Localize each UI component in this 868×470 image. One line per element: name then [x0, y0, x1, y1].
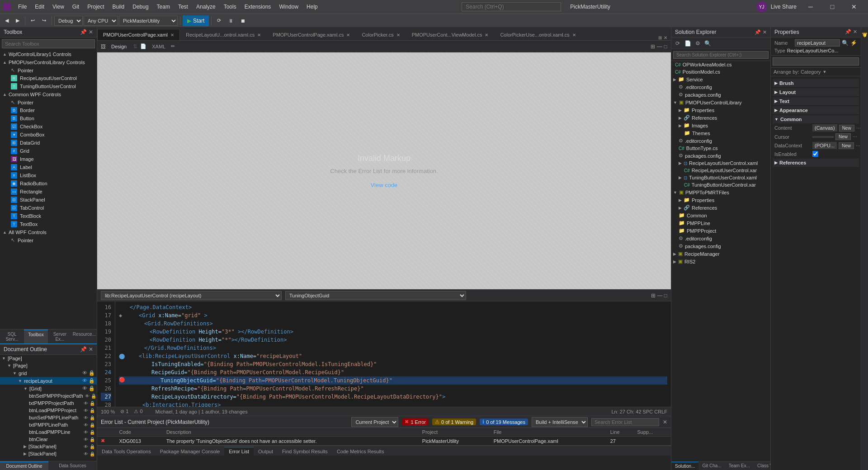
toolbox-group-all[interactable]: ▲ All WPF Controls — [0, 228, 97, 236]
toolbox-item-datagrid[interactable]: ⊞ DataGrid — [0, 139, 97, 147]
prop-datacontext-value[interactable]: (POPU... — [812, 142, 837, 149]
keep-open-btn[interactable]: ⊞ — [658, 35, 662, 40]
outline-pin[interactable]: 📌 — [80, 346, 87, 352]
error-list-close[interactable]: ✕ — [663, 419, 667, 425]
tab-sql[interactable]: SQL Serv... — [0, 329, 24, 343]
sol-item-editorconfig3[interactable]: ⚙ .editorconfig — [671, 235, 770, 242]
prop-content-value[interactable]: (Canvas) — [812, 124, 837, 132]
tab-recipe-close[interactable]: ✕ — [257, 33, 261, 38]
sol-item-properties2[interactable]: ▶ 📁 Properties — [671, 196, 770, 204]
toolbox-item-stackpanel[interactable]: ⊟ StackPanel — [0, 196, 97, 204]
sol-item-opworkarea[interactable]: C# OPWorkAreaModel.cs — [671, 61, 770, 68]
menu-build[interactable]: Build — [109, 2, 128, 12]
prop-cat-references[interactable]: ▶ References — [773, 159, 859, 167]
tab-error-list[interactable]: Error List — [224, 447, 254, 456]
maximize-btn[interactable]: □ — [822, 0, 843, 14]
toolbox-item-textbox[interactable]: T TextBox — [0, 220, 97, 228]
sol-item-references1[interactable]: ▶ 🔗 References — [671, 114, 770, 122]
platform-select[interactable]: Any CPU — [84, 16, 118, 26]
collapse-design[interactable]: — — [657, 43, 662, 50]
sol-item-tuning-xar[interactable]: C# TuningButtonUserControl.xar — [671, 181, 770, 188]
lock-icon[interactable]: 🔒 — [89, 370, 95, 376]
toolbar-back[interactable]: ◀ — [2, 16, 12, 25]
toolbox-item-pointer3[interactable]: ↖ Pointer — [0, 236, 97, 244]
start-btn[interactable]: ▶ Start — [183, 15, 209, 26]
lock-icon7[interactable]: 🔒 — [90, 415, 95, 420]
lock-icon3[interactable]: 🔒 — [89, 385, 95, 391]
toolbox-item-rectangle[interactable]: ▭ Rectangle — [0, 188, 97, 196]
eye-icon10[interactable]: 👁 — [84, 437, 88, 442]
col-code[interactable]: Code — [116, 428, 163, 437]
menu-extensions[interactable]: Extensions — [241, 2, 275, 12]
sol-properties[interactable]: ⚙ — [693, 39, 702, 48]
toolbox-item-textblock[interactable]: T TextBlock — [0, 212, 97, 220]
toolbox-item-button[interactable]: B Button — [0, 114, 97, 122]
eye-icon9[interactable]: 👁 — [84, 430, 88, 435]
props-search-icon[interactable]: 🔍 — [842, 40, 849, 46]
tab-doc-outline[interactable]: Document Outline — [0, 461, 48, 470]
sol-pin[interactable]: 📌 — [755, 29, 761, 35]
menu-git[interactable]: Git — [69, 2, 83, 12]
outline-stackpanel1[interactable]: ▶ [StackPanel] 👁 🔒 — [0, 443, 97, 450]
lock-icon9[interactable]: 🔒 — [90, 430, 95, 435]
tab-toolbox[interactable]: Toolbox — [24, 329, 48, 343]
menu-team[interactable]: Team — [153, 2, 174, 12]
props-close[interactable]: ✕ — [853, 29, 857, 35]
tab-find-symbol[interactable]: Find Symbol Results — [278, 447, 332, 456]
expand-design[interactable]: ⊞ — [651, 43, 655, 50]
sol-item-references2[interactable]: ▶ 🔗 References — [671, 204, 770, 212]
prop-cat-brush[interactable]: ▶ Brush — [773, 79, 859, 87]
prop-cursor-value[interactable] — [812, 136, 834, 138]
tab-data-sources[interactable]: Data Sources — [48, 461, 97, 470]
toolbox-item-listbox[interactable]: ≡ ListBox — [0, 171, 97, 179]
error-search-input[interactable] — [591, 418, 659, 426]
sol-item-pkgconfig2[interactable]: ⚙ packages.config — [671, 152, 770, 160]
user-avatar[interactable]: YJ — [756, 1, 767, 12]
maximize-design[interactable]: □ — [664, 43, 667, 50]
prop-cat-layout[interactable]: ▶ Layout — [773, 88, 859, 96]
prop-cursor-more[interactable]: ⋯ — [853, 134, 857, 139]
outline-item4[interactable]: bunSetPMPPLinePath 👁 🔒 — [0, 414, 97, 421]
design-btn[interactable]: Design — [108, 43, 130, 50]
eye-icon8[interactable]: 👁 — [84, 423, 88, 428]
outline-recipe-layout[interactable]: ▼ recipeLayout 👁 🔒 — [0, 377, 97, 385]
sol-show-files[interactable]: 📄 — [683, 39, 692, 48]
sol-item-service[interactable]: ▶ 📁 Service — [671, 75, 770, 83]
build-scope-select[interactable]: Build + IntelliSense — [532, 417, 588, 427]
menu-help[interactable]: Help — [303, 2, 321, 12]
outline-item7[interactable]: btnClear 👁 🔒 — [0, 436, 97, 443]
sol-item-tuning-xaml[interactable]: ▶ ⊡ TuningButtonUserControl.xaml — [671, 174, 770, 181]
lock-icon2[interactable]: 🔒 — [89, 378, 95, 384]
toolbox-item-combobox[interactable]: ▾ ComboBox — [0, 131, 97, 139]
tab-vm-close[interactable]: ✕ — [485, 33, 488, 38]
toolbox-item-border[interactable]: B Border — [0, 106, 97, 114]
eye-icon12[interactable]: 👁 — [84, 451, 88, 456]
sol-item-buttontype[interactable]: C# ButtonType.cs — [671, 145, 770, 152]
col-supp[interactable]: Supp... — [633, 428, 671, 437]
toolbar-undo[interactable]: ↩ — [28, 16, 38, 25]
prop-datacontext-more[interactable]: ⋯ — [856, 143, 860, 148]
tab-colorpickeruse[interactable]: ColorPickerUse...ontrol.xaml.cs ✕ — [494, 29, 581, 40]
tab-output[interactable]: Output — [254, 447, 278, 456]
outline-item1[interactable]: btnSetPMPPProjectPath 👁 🔒 — [0, 392, 97, 400]
outline-grid2[interactable]: ▼ [Grid] 👁 🔒 — [0, 385, 97, 392]
lock-icon5[interactable]: 🔒 — [90, 401, 95, 406]
sol-item-pkgconfig1[interactable]: ⚙ packages.config — [671, 91, 770, 99]
prop-cat-appearance[interactable]: ▶ Appearance — [773, 106, 859, 114]
sol-item-recipe-xar[interactable]: C# RecipeLayoutUserControl.xar — [671, 167, 770, 174]
maximize-code[interactable]: □ — [664, 292, 667, 299]
toolbox-group-pmop[interactable]: ▲ PMOPUserControlLibrary Controls — [0, 58, 97, 66]
menu-edit[interactable]: Edit — [31, 2, 48, 12]
tab-code-metrics[interactable]: Code Metrics Results — [332, 447, 389, 456]
code-right-select[interactable]: TuningObjectGuid — [285, 291, 466, 300]
col-project[interactable]: Project — [419, 428, 490, 437]
sol-tab-teamex[interactable]: Team Ex... — [725, 462, 754, 470]
sol-tab-solution[interactable]: Solution... — [671, 462, 698, 470]
tab-pmoppage-cs[interactable]: PMOPUserControlPage.xaml.cs ✕ — [267, 29, 356, 40]
collapse-code[interactable]: — — [657, 292, 662, 299]
close-btn[interactable]: ✕ — [844, 0, 864, 14]
sol-item-common[interactable]: 📁 Common — [671, 212, 770, 219]
outline-item6[interactable]: btnLoadPMPPLine 👁 🔒 — [0, 428, 97, 436]
error-badge-messages[interactable]: ℹ 0 of 19 Messages — [480, 418, 528, 425]
config-select[interactable]: Debug — [54, 16, 83, 26]
